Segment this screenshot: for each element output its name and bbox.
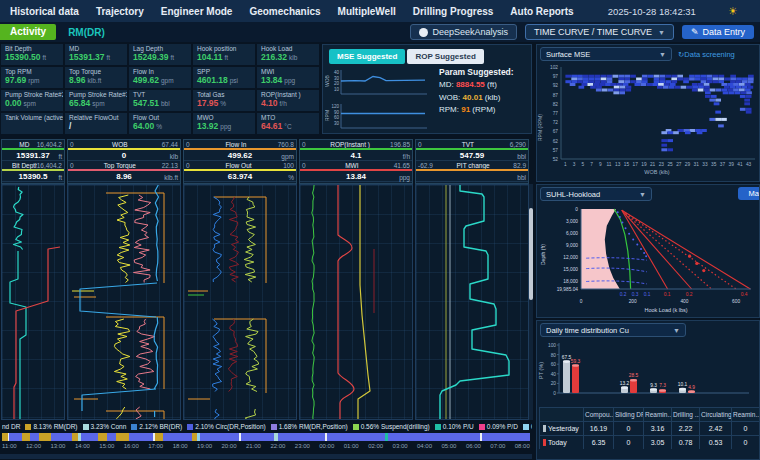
svg-text:PT (%): PT (%) [538,362,544,379]
time-tick: 22:00 [270,443,285,449]
metric-label: Top Torque [69,68,123,75]
metric-label: TVT [133,91,187,98]
suggested-rpm: RPM: 91 (RPM) [439,105,531,114]
tab-mse-suggested[interactable]: MSE Suggested [329,49,405,64]
curve-scale: 0TVT6,290 [416,140,528,150]
tab-rop-suggested[interactable]: ROP Suggested [407,49,483,64]
manual-button[interactable]: Man [738,187,760,200]
main-left-area: Bit Depth15390.50ftMD15391.37ftLag Depth… [0,42,534,460]
deepseek-analysis-button[interactable]: DeepSeekAnalysis [410,24,517,40]
metric-lag-depth: Lag Depth15249.39ft [129,44,191,65]
legend-nd-dr[interactable]: nd DR [2,423,20,430]
time-tick: 03:00 [393,443,408,449]
svg-text:0.3: 0.3 [632,292,639,297]
svg-text:Hook Load (k lbs): Hook Load (k lbs) [644,307,687,313]
svg-text:400: 400 [680,299,688,304]
metric-value: 4601.18psi [197,75,251,85]
metric-label: SPP [197,68,251,75]
svg-text:12,000: 12,000 [563,255,578,260]
mini-chart-rpm: 120906030RPM [325,102,431,136]
chevron-down-icon: ▼ [673,327,680,334]
curve-scale: 0WOB67.44 [68,140,180,150]
scrollbar-thumb[interactable] [529,208,533,300]
time-tick: 13:00 [50,443,65,449]
mini-chart-wob: 40302010WOB [325,68,431,102]
metric-value: 547.51bbl [133,98,187,108]
time-tick: 04:00 [417,443,432,449]
param-suggested-title: Param Suggested: [439,67,531,77]
nav-multiplewell[interactable]: MultipleWell [338,6,396,17]
svg-text:0: 0 [575,207,578,212]
metric-hook-load: Hook Load216.32klb [257,44,319,65]
svg-text:59.3: 59.3 [571,359,581,364]
curve-value: 8.96klb.ft [68,171,180,182]
track-chart-2 [67,184,181,420]
metric-value: 13.92ppg [197,121,251,131]
tab-rm-dr[interactable]: RM(DR) [68,27,105,38]
svg-text:60: 60 [334,115,340,120]
curve-value: 0klb [68,150,180,161]
time-tick: 02:00 [368,443,383,449]
chevron-down-icon: ▼ [659,51,666,58]
suhl-hookload-select[interactable]: SUHL-Hookload▼ [540,187,652,201]
svg-text:40: 40 [334,70,340,75]
svg-text:29: 29 [685,162,691,167]
chevron-down-icon: ▼ [658,29,665,36]
legend-0-56-suspend-drilling[interactable]: 0.56% Suspend(drilling) [353,423,430,430]
metric-mwi: MWI13.84ppg [257,67,319,88]
legend-8-13-rm-dr[interactable]: 8.13% RM(DR) [25,423,77,430]
svg-text:7.3: 7.3 [659,383,666,388]
legend-0-09-p-d[interactable]: 0.09% P/D [479,423,518,430]
legend-swatch [83,424,89,430]
svg-text:100: 100 [548,343,556,348]
svg-text:39: 39 [729,162,735,167]
legend-3-23-conn[interactable]: 3.23% Conn [83,423,127,430]
curve-scale: 0Flow In760.8 [184,140,296,150]
hookload-chart: 03,0006,0009,00012,00015,00018,00019,985… [537,203,759,318]
sun-icon[interactable]: ☀ [728,6,738,17]
legend-swatch [271,424,277,430]
data-screening-link[interactable]: ↻Data screening [678,50,735,59]
row-label: Yesterday [539,422,583,435]
metric-label: Top RPM [5,68,59,75]
tab-activity[interactable]: Activity [0,24,56,40]
row-label: Today [539,436,583,449]
surface-mse-select[interactable]: Surface MSE▼ [540,47,672,61]
legend-0-09[interactable]: 0.09% [523,423,532,430]
metric-label: Pump Stroke Rate#2 [5,91,59,98]
legend-swatch [187,424,193,430]
legend-0-10-p-u[interactable]: 0.10% P/U [435,423,474,430]
nav-auto-reports[interactable]: Auto Reports [510,6,573,17]
nav-drilling-progress[interactable]: Drilling Progress [413,6,494,17]
table-header-row: Compou...Sliding DRReamin...Drilling ...… [539,407,759,421]
nav-geomechanics[interactable]: Geomechanics [249,6,320,17]
svg-text:9: 9 [599,162,602,167]
time-tick: 18:00 [173,443,188,449]
svg-text:WOB: WOB [325,74,330,87]
curve-scale: MD16,404.2 [2,140,64,150]
tracks-scrollbar[interactable] [529,184,533,420]
svg-text:19,985.04: 19,985.04 [557,287,579,292]
table-row-yesterday: Yesterday16.1903.162.222.420 [539,421,759,435]
metric-hook-position: Hook position104.11ft [193,44,255,65]
svg-text:77: 77 [553,111,559,116]
data-entry-button[interactable]: ✎ Data Entry [682,25,754,39]
track-headers: MD16,404.215391.37ftBit Depth16,404.2153… [1,139,529,184]
nav-engineer-mode[interactable]: Engineer Mode [161,6,233,17]
track-header-flow-in: 0Flow In760.8499.62gpm0Flow Out10063.974… [183,139,297,184]
time-curve-select[interactable]: TIME CURVE / TIME CURVE ▼ [525,24,674,40]
svg-text:82: 82 [553,102,559,107]
metric-value: / [69,121,123,131]
svg-text:40: 40 [551,372,557,377]
legend-2-10-circ-dr-position[interactable]: 2.10% Circ(DR,Position) [187,423,265,430]
surface-mse-section: Surface MSE▼ ↻Data screening 10297928782… [536,44,760,182]
legend-2-12-br-dr[interactable]: 2.12% BR(DR) [131,423,182,430]
nav-historical-data[interactable]: Historical data [10,6,79,17]
daily-time-select[interactable]: Daily time distribution Cu▼ [540,323,686,337]
legend-1-68-rm-dr-position[interactable]: 1.68% RM(DR,Position) [271,423,348,430]
table-header-cell: Drilling ... [671,408,699,421]
table-cell: 6.35 [583,436,613,449]
bottom-strip [0,454,532,459]
nav-trajectory[interactable]: Trajectory [96,6,144,17]
svg-text:7: 7 [590,162,593,167]
